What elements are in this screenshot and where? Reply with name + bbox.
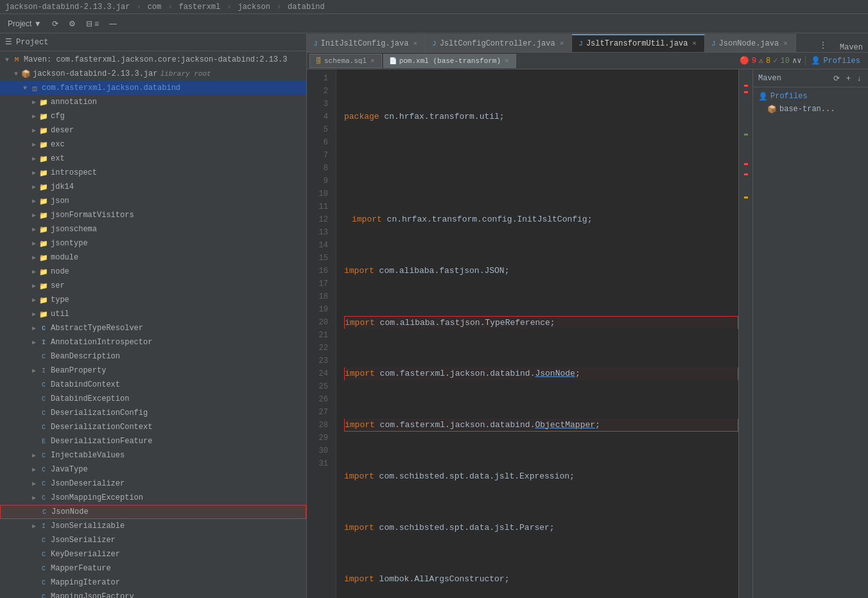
tree-class-jsonmappingexception[interactable]: ▶ C JsonMappingException (0, 491, 306, 505)
sync-btn[interactable]: ⟳ (48, 17, 62, 31)
tree-class-databindexception[interactable]: C DatabindException (0, 392, 306, 406)
tree-node[interactable]: ▶ 📁 node (0, 265, 306, 279)
breadcrumb-item-databind[interactable]: databind (288, 3, 325, 12)
sec-tab-schema[interactable]: 🗄 schema.sql × (309, 54, 382, 68)
line-num-8: 8 (307, 162, 332, 175)
tab-transform[interactable]: J JsltTransformUtil.java × (572, 34, 705, 52)
tree-util[interactable]: ▶ 📁 util (0, 307, 306, 321)
tree-ext[interactable]: ▶ 📁 ext (0, 152, 306, 166)
tree-module[interactable]: ▶ 📁 module (0, 251, 306, 265)
tab-jsonnode[interactable]: J JsonNode.java × (705, 34, 796, 52)
tree-jar[interactable]: ▼ 📦 jackson-databind-2.13.3.jar library … (0, 67, 306, 81)
tree-jsonschema[interactable]: ▶ 📁 jsonschema (0, 222, 306, 236)
tab-close-jsonnode[interactable]: × (782, 39, 789, 48)
tree-jsonformatvisitors[interactable]: ▶ 📁 jsonFormatVisitors (0, 208, 306, 222)
folder-label: jsonFormatVisitors (51, 211, 134, 220)
tree-class-deserializationcontext[interactable]: C DeserializationContext (0, 420, 306, 434)
class-label: MappingJsonFactory (51, 592, 134, 598)
tab-close-controller[interactable]: × (559, 39, 566, 48)
tree-class-keydeserializer[interactable]: C KeyDeserializer (0, 547, 306, 561)
tree-jdk14[interactable]: ▶ 📁 jdk14 (0, 180, 306, 194)
tree-class-jsondeserializer[interactable]: ▶ C JsonDeserializer (0, 477, 306, 491)
tree-class-mapperfeature[interactable]: C MapperFeature (0, 561, 306, 576)
sidebar-label: Project (16, 38, 48, 47)
tree-class-jsonserializable[interactable]: ▶ I JsonSerializable (0, 519, 306, 533)
tree-arrow: ▶ (30, 367, 39, 374)
class-icon: E (39, 436, 49, 446)
code-editor[interactable]: 1 2 3 4 5 6 7 8 9 10 11 12 13 14 15 16 1 (307, 69, 752, 598)
minimize-btn[interactable]: — (105, 17, 121, 31)
tree-arrow: ▶ (30, 452, 39, 459)
sec-tab-pom[interactable]: 📄 pom.xml (base-transform) × (383, 54, 516, 68)
class-icon: I (39, 365, 49, 376)
warn-count: 8 (766, 57, 770, 66)
class-label: JsonSerializable (51, 522, 125, 531)
tree-class-javatype[interactable]: ▶ C JavaType (0, 462, 306, 477)
maven-side-title: Maven (758, 74, 781, 83)
maven-refresh-btn[interactable]: ⟳ (831, 71, 842, 85)
sidebar-title: ☰ (5, 37, 12, 47)
ok-icon: ✓ (773, 56, 777, 66)
tree-introspect[interactable]: ▶ 📁 introspect (0, 166, 306, 180)
tree-cfg[interactable]: ▶ 📁 cfg (0, 109, 306, 123)
folder-icon: 📁 (39, 139, 49, 150)
tree-type[interactable]: ▶ 📁 type (0, 293, 306, 307)
maven-item-profiles[interactable]: 👤 Profiles (758, 90, 863, 103)
tree-class-databindcontext[interactable]: C DatabindContext (0, 378, 306, 392)
warn-icon: ⚠ (759, 56, 763, 66)
tree-class-jsonserializer[interactable]: C JsonSerializer (0, 533, 306, 547)
line-num-17: 17 (307, 277, 332, 290)
tree-jsontype[interactable]: ▶ 📁 jsontype (0, 236, 306, 251)
tree-class-mappingiterator[interactable]: C MappingIterator (0, 576, 306, 590)
class-label: InjectableValues (51, 451, 125, 460)
nav-arrows[interactable]: ∧∨ (792, 56, 801, 66)
tab-init[interactable]: J InitJsltConfig.java × (307, 34, 426, 52)
class-icon: C (39, 592, 49, 598)
tree-ser[interactable]: ▶ 📁 ser (0, 279, 306, 293)
package-label: com.fasterxml.jackson.databind (42, 84, 180, 92)
tree-arrow: ▼ (12, 71, 21, 78)
tree-exc[interactable]: ▶ 📁 exc (0, 137, 306, 152)
tree-arrow: ▶ (30, 480, 39, 488)
tree-maven-root[interactable]: ▼ M Maven: com.fasterxml.jackson.core:ja… (0, 53, 306, 67)
maven-tree[interactable]: 👤 Profiles 📦 base-tran... (753, 87, 868, 598)
class-icon: C (39, 394, 49, 404)
tree-class-beandescription[interactable]: C BeanDescription (0, 349, 306, 364)
tab-close-transform[interactable]: × (691, 39, 698, 48)
tree-class-deserializationconfig[interactable]: C DeserializationConfig (0, 406, 306, 420)
tree-class-annotationintrospector[interactable]: ▶ I AnnotationIntrospector (0, 335, 306, 349)
tree-deser[interactable]: ▶ 📁 deser (0, 123, 306, 137)
class-label: AnnotationIntrospector (51, 338, 152, 347)
tree-class-deserializationfeature[interactable]: E DeserializationFeature (0, 434, 306, 448)
tree-package-databind[interactable]: ▼ ◫ com.fasterxml.jackson.databind (0, 81, 306, 95)
tab-close-init[interactable]: × (412, 39, 419, 48)
tree-class-abstracttyperesolver[interactable]: ▶ C AbstractTypeResolver (0, 321, 306, 335)
maven-profiles[interactable]: 👤 Profiles (805, 56, 865, 66)
gear-btn[interactable]: ⚙ (65, 17, 80, 31)
code-text[interactable]: package cn.hrfax.transform.util; import … (336, 69, 738, 598)
maven-profiles-tree-icon: 👤 (758, 92, 768, 101)
breadcrumb-item-com[interactable]: com (148, 3, 162, 12)
tree-class-mappingjsonfactory[interactable]: C MappingJsonFactory (0, 590, 306, 598)
layout-btn[interactable]: ⊟ ≡ (82, 17, 103, 31)
tree-arrow: ▼ (21, 85, 30, 92)
maven-download-btn[interactable]: ↓ (855, 71, 863, 85)
maven-item-base-transform[interactable]: 📦 base-tran... (758, 103, 863, 116)
project-tree[interactable]: ▼ M Maven: com.fasterxml.jackson.core:ja… (0, 51, 306, 598)
tree-annotation[interactable]: ▶ 📁 annotation (0, 95, 306, 109)
maven-add-btn[interactable]: + (844, 71, 853, 85)
tree-json[interactable]: ▶ 📁 json (0, 194, 306, 208)
tree-class-beanproperty[interactable]: ▶ I BeanProperty (0, 364, 306, 378)
sec-tab-close-schema[interactable]: × (369, 57, 376, 66)
tab-controller[interactable]: J JsltConfigController.java × (426, 34, 572, 52)
tree-class-injectablevalues[interactable]: ▶ C InjectableValues (0, 448, 306, 462)
breadcrumb-item-jar[interactable]: jackson-databind-2.13.3.jar (5, 3, 130, 12)
tab-list-btn[interactable]: ⋮ (815, 38, 831, 52)
class-label: BeanProperty (51, 366, 106, 375)
tree-class-jsonnode[interactable]: C JsonNode (0, 505, 306, 519)
breadcrumb-item-fasterxml[interactable]: fasterxml (178, 3, 220, 12)
project-btn[interactable]: Project ▼ (4, 17, 46, 31)
line-num-15: 15 (307, 252, 332, 265)
breadcrumb-item-jackson[interactable]: jackson (238, 3, 270, 12)
sec-tab-close-pom[interactable]: × (503, 57, 510, 66)
